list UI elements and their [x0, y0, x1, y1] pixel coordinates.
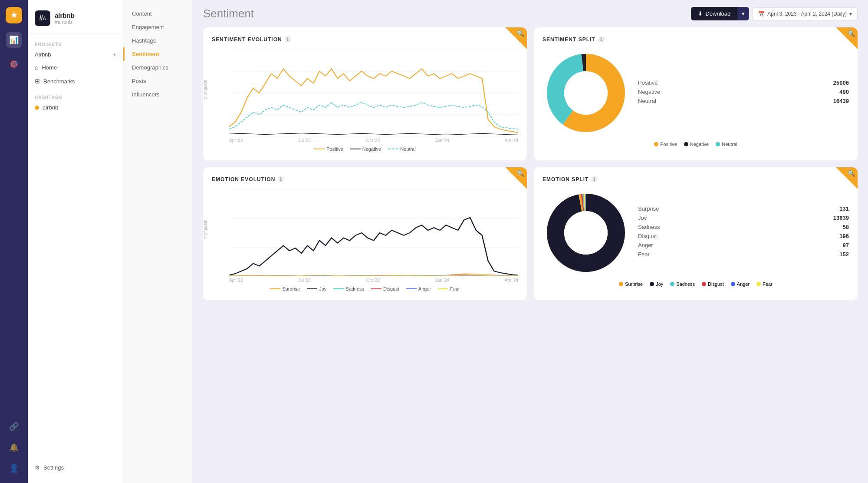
legend-em-split-anger: Anger — [731, 281, 750, 287]
date-range-label: April 3, 2023 - April 2, 2024 (Daily) — [767, 11, 847, 17]
search-icon-split[interactable]: 🔍 — [848, 30, 855, 37]
nav-icon-link[interactable]: 🔗 — [6, 419, 22, 434]
legend-negative-label: Negative — [362, 146, 381, 152]
stat-sadness: Sadness 58 — [638, 224, 849, 230]
hashtag-label: airbnb — [43, 104, 58, 111]
sidebar-item-benchmarks[interactable]: ⊞ Benchmarks — [28, 74, 123, 88]
emotion-split-content: Surprise 131 Joy 13639 Sadness 58 — [542, 189, 849, 276]
x-label-jan24: Jan '24 — [435, 138, 449, 143]
search-icon[interactable]: 🔍 — [517, 30, 524, 37]
dot-anger — [731, 282, 735, 286]
legend-em-fear: Fear — [438, 286, 460, 291]
stat-joy-label: Joy — [638, 215, 647, 221]
info-icon-emotion-split[interactable]: ℹ — [591, 176, 598, 182]
grid-icon: ⊞ — [35, 78, 40, 85]
legend-em-split-fear: Fear — [756, 281, 773, 287]
brand-icon: #A — [35, 10, 50, 26]
legend-em-split-fear-label: Fear — [763, 281, 773, 287]
legend-split-neutral-label: Neutral — [722, 142, 737, 147]
emotion-evolution-card: 🔍 EMOTION EVOLUTION ℹ # of posts 15 — [203, 167, 527, 300]
dot-surprise — [619, 282, 623, 286]
download-button[interactable]: ⬇ Download — [691, 7, 737, 20]
date-filter[interactable]: 📅 April 3, 2023 - April 2, 2024 (Daily) … — [753, 7, 858, 20]
stat-anger-label: Anger — [638, 242, 653, 248]
sub-nav-influencers[interactable]: Influencers — [123, 88, 192, 101]
nav-icon-analytics[interactable]: 📊 — [6, 32, 22, 48]
stat-fear: Fear 152 — [638, 251, 849, 258]
sentiment-row: 🔍 SENTIMENT EVOLUTION ℹ # of posts — [203, 27, 858, 160]
download-dropdown-button[interactable]: ▾ — [737, 7, 749, 20]
legend-em-anger-line — [406, 288, 417, 289]
sub-nav-content[interactable]: Content — [123, 7, 192, 20]
sub-nav-demographics[interactable]: Demographics — [123, 61, 192, 74]
sentiment-evolution-legend: Positive Negative Neutral — [212, 146, 518, 152]
sub-nav-engagement[interactable]: Engagement — [123, 20, 192, 34]
legend-em-anger: Anger — [406, 286, 431, 291]
calendar-icon: 📅 — [758, 11, 765, 17]
search-icon-emotion-split[interactable]: 🔍 — [848, 170, 855, 177]
stat-negative-value: 490 — [839, 89, 849, 95]
dot-sadness — [670, 282, 674, 286]
nav-icon-target[interactable]: 🎯 — [6, 56, 22, 72]
legend-em-split-sadness: Sadness — [670, 281, 695, 287]
settings-label: Settings — [43, 464, 64, 471]
stat-positive: Positive 25006 — [638, 79, 849, 86]
sub-nav-hashtags[interactable]: Hashtags — [123, 34, 192, 47]
projects-label: Projects — [28, 39, 123, 49]
legend-negative: Negative — [350, 146, 381, 152]
stat-anger-value: 97 — [843, 242, 849, 248]
emotion-evolution-title: EMOTION EVOLUTION ℹ — [212, 176, 518, 182]
legend-em-split-sadness-label: Sadness — [676, 281, 695, 287]
legend-neutral-line — [388, 149, 398, 149]
home-icon: ⌂ — [35, 64, 38, 71]
emotion-split-legend: Surprise Joy Sadness Disgust — [542, 281, 849, 287]
legend-em-joy: Joy — [307, 286, 326, 291]
stat-surprise: Surprise 131 — [638, 205, 849, 212]
emotion-stats: Surprise 131 Joy 13639 Sadness 58 — [638, 205, 849, 258]
emotion-split-title: EMOTION SPLIT ℹ — [542, 176, 849, 182]
sentiment-evolution-chart: 200 150 100 50 0 — [229, 50, 518, 136]
sentiment-evolution-card: 🔍 SENTIMENT EVOLUTION ℹ # of posts — [203, 27, 527, 160]
info-icon-emotion-evolution[interactable]: ℹ — [278, 176, 284, 182]
em-x-jul23: Jul '23 — [298, 278, 311, 283]
x-label-jul23: Jul '23 — [298, 138, 311, 143]
sentiment-split-legend: Positive Negative Neutral — [542, 142, 849, 147]
sub-nav-sentiment[interactable]: Sentiment — [123, 47, 192, 61]
x-label-oct23: Oct '23 — [366, 138, 380, 143]
dashboard-grid: 🔍 SENTIMENT EVOLUTION ℹ # of posts — [193, 24, 868, 483]
legend-em-split-joy: Joy — [650, 281, 663, 287]
sidebar-project[interactable]: Airbnb ▾ — [28, 49, 123, 60]
legend-split-positive: Positive — [654, 142, 677, 147]
stat-sadness-value: 58 — [843, 224, 849, 230]
top-bar: Sentiment ⬇ Download ▾ 📅 April 3, 2023 -… — [193, 0, 868, 24]
legend-em-disgust-label: Disgust — [383, 286, 399, 291]
legend-split-negative-dot — [684, 142, 688, 146]
download-icon: ⬇ — [698, 10, 703, 17]
main-content: Sentiment ⬇ Download ▾ 📅 April 3, 2023 -… — [193, 0, 868, 483]
nav-icon-bell[interactable]: 🔔 — [6, 440, 22, 455]
legend-em-disgust: Disgust — [371, 286, 399, 291]
legend-split-negative: Negative — [684, 142, 709, 147]
settings-item[interactable]: ⚙ Settings — [35, 464, 116, 471]
sub-nav-posts[interactable]: Posts — [123, 74, 192, 88]
nav-icon-user[interactable]: 👤 — [6, 460, 22, 476]
brand-handle: #airbnb — [55, 19, 75, 25]
legend-em-split-anger-label: Anger — [737, 281, 750, 287]
emotion-donut — [542, 189, 629, 276]
app-logo[interactable]: ★ — [6, 7, 22, 23]
legend-split-neutral-dot — [716, 142, 720, 146]
em-x-jan24: Jan '24 — [435, 278, 449, 283]
hashtag-item-airbnb[interactable]: airbnb — [28, 102, 123, 113]
legend-em-surprise: Surprise — [270, 286, 300, 291]
info-icon-sentiment-split[interactable]: ℹ — [598, 36, 605, 43]
chevron-down-icon: ▾ — [113, 52, 116, 58]
search-icon-emotion[interactable]: 🔍 — [517, 170, 524, 177]
sidebar-item-home[interactable]: ⌂ Home — [28, 60, 123, 74]
info-icon-sentiment-evolution[interactable]: ℹ — [285, 36, 291, 43]
sentiment-evolution-title: SENTIMENT EVOLUTION ℹ — [212, 36, 518, 43]
stat-fear-value: 152 — [839, 251, 849, 258]
icon-bar: ★ 📊 🎯 🔗 🔔 👤 — [0, 0, 28, 483]
legend-split-neutral: Neutral — [716, 142, 737, 147]
brand-name: airbnb — [55, 12, 75, 19]
page-title: Sentiment — [203, 7, 254, 20]
